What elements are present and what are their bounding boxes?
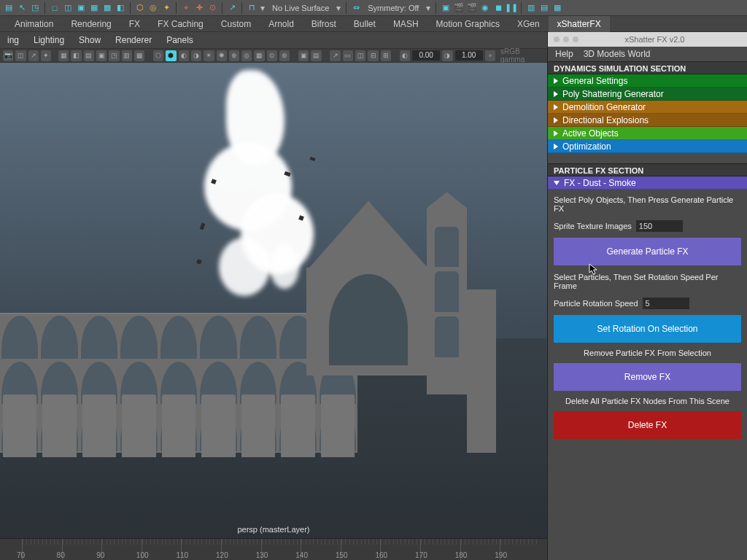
- panel-menu-3dmw[interactable]: 3D Models World: [584, 49, 651, 59]
- timeline-tick[interactable]: 70: [22, 539, 62, 560]
- accordion-directional-explosions[interactable]: Directional Explosions: [548, 114, 747, 127]
- tool-icon[interactable]: ⊕: [229, 50, 239, 61]
- exposure-icon[interactable]: ◐: [400, 50, 410, 61]
- clapper-icon[interactable]: 🎬: [453, 2, 465, 14]
- panel-icon[interactable]: ▤: [538, 2, 550, 14]
- dropdown-icon[interactable]: ▾: [335, 3, 342, 13]
- tool-icon[interactable]: ▤: [84, 50, 94, 61]
- render-icon[interactable]: ▣: [440, 2, 452, 14]
- shelf-tab-bullet[interactable]: Bullet: [345, 16, 384, 32]
- accordion-active-objects[interactable]: Active Objects: [548, 127, 747, 140]
- tool-icon[interactable]: ◧: [71, 50, 81, 61]
- sprite-input[interactable]: [636, 220, 683, 232]
- minimize-icon[interactable]: [563, 36, 569, 42]
- accordion-fx-dust-smoke[interactable]: FX - Dust - Smoke: [548, 176, 747, 190]
- tool-icon[interactable]: ⊟: [368, 50, 378, 61]
- shelf-tab-fx[interactable]: FX: [120, 16, 149, 32]
- shelf-tab-mash[interactable]: MASH: [384, 16, 427, 32]
- tool-icon[interactable]: ⊙: [267, 50, 277, 61]
- panel-menu-help[interactable]: Help: [555, 49, 573, 59]
- tool-icon[interactable]: ✺: [217, 50, 227, 61]
- tool-icon[interactable]: ◫: [15, 50, 26, 61]
- accordion-general-settings[interactable]: General Settings: [548, 74, 747, 88]
- clapper-icon[interactable]: 🎬: [466, 2, 478, 14]
- grid-icon[interactable]: ▦: [58, 50, 69, 61]
- dot-icon[interactable]: ●: [485, 50, 495, 61]
- light-icon[interactable]: ☀: [204, 50, 214, 61]
- tool-icon[interactable]: ◎: [241, 50, 252, 61]
- set-rotation-button[interactable]: Set Rotation On Selection: [554, 315, 741, 343]
- timeline-tick[interactable]: 100: [142, 539, 182, 560]
- tool-icon[interactable]: ▦: [254, 50, 264, 61]
- timeline-tick[interactable]: 140: [301, 539, 341, 560]
- panel-icon[interactable]: ▥: [525, 2, 537, 14]
- tool-icon[interactable]: ▣: [96, 50, 107, 61]
- timeline-tick[interactable]: 180: [460, 539, 500, 560]
- timeline-tick[interactable]: 160: [380, 539, 420, 560]
- gate-icon[interactable]: ▭: [343, 50, 353, 61]
- shelf-tab-xgen[interactable]: XGen: [508, 16, 549, 32]
- timeline-tick[interactable]: 150: [341, 539, 381, 560]
- tool-icon[interactable]: ◳: [29, 2, 41, 14]
- generate-particle-fx-button[interactable]: Generate Particle FX: [554, 238, 741, 265]
- delete-fx-button[interactable]: Delete FX: [554, 411, 741, 439]
- exposure-field[interactable]: 0.00: [412, 50, 440, 61]
- tool-icon[interactable]: ⬡: [134, 2, 146, 14]
- vp-menu-panels[interactable]: Panels: [163, 34, 196, 47]
- tool-icon[interactable]: ◎: [147, 2, 159, 14]
- wire-icon[interactable]: ⬡: [153, 50, 163, 61]
- close-icon[interactable]: [554, 36, 560, 42]
- timeline-tick[interactable]: 120: [221, 539, 261, 560]
- circle-icon[interactable]: ◉: [479, 2, 491, 14]
- vp-menu-ing[interactable]: ing: [4, 34, 22, 47]
- tool-icon[interactable]: ✦: [160, 2, 172, 14]
- tool-icon[interactable]: ↗: [226, 2, 238, 14]
- shelf-tab-rendering[interactable]: Rendering: [62, 16, 120, 32]
- snap-icon[interactable]: ⌖: [180, 2, 192, 14]
- tool-icon[interactable]: ⊛: [279, 50, 290, 61]
- vp-menu-show[interactable]: Show: [76, 34, 104, 47]
- cam-icon[interactable]: 📷: [3, 50, 13, 61]
- shelf-tab-motion-graphics[interactable]: Motion Graphics: [427, 16, 508, 32]
- tool-icon[interactable]: □: [49, 2, 61, 14]
- zoom-icon[interactable]: [573, 36, 578, 42]
- 3d-viewport[interactable]: persp (masterLayer): [0, 63, 547, 538]
- arrow-icon[interactable]: ↗: [330, 50, 340, 61]
- timeline-tick[interactable]: 80: [62, 539, 102, 560]
- shelf-tab-bifrost[interactable]: Bifrost: [303, 16, 345, 32]
- shelf-tab-fx-caching[interactable]: FX Caching: [149, 16, 212, 32]
- tool-icon[interactable]: ✦: [41, 50, 51, 61]
- shelf-tab-animation[interactable]: Animation: [6, 16, 62, 32]
- shaded-icon[interactable]: ⬢: [166, 50, 176, 61]
- gamma-icon[interactable]: ◑: [442, 50, 452, 61]
- tool-icon[interactable]: ▦: [88, 2, 100, 14]
- tool-icon[interactable]: ▣: [75, 2, 87, 14]
- symmetry-label[interactable]: Symmetry: Off: [363, 4, 423, 12]
- tool-icon[interactable]: ◫: [62, 2, 74, 14]
- gamma-field[interactable]: 1.00: [455, 50, 483, 61]
- dropdown-icon[interactable]: ▾: [425, 3, 432, 13]
- accordion-demolition-generator[interactable]: Demolition Generator: [548, 101, 747, 114]
- rotation-input[interactable]: [643, 298, 689, 309]
- timeline-tick[interactable]: 90: [101, 539, 142, 560]
- snap-icon[interactable]: ⊙: [206, 2, 218, 14]
- tool-icon[interactable]: ▥: [122, 50, 132, 61]
- timeline-tick[interactable]: 190: [500, 539, 540, 560]
- pause-icon[interactable]: ❚❚: [506, 2, 517, 14]
- dropdown-icon[interactable]: ▾: [259, 3, 266, 13]
- live-surface-label[interactable]: No Live Surface: [268, 4, 333, 12]
- tool-icon[interactable]: ▩: [101, 2, 113, 14]
- timeline[interactable]: 708090100110120130140150160170180190: [0, 538, 547, 560]
- tool-icon[interactable]: ⊞: [381, 50, 391, 61]
- stop-icon[interactable]: ◼: [492, 2, 504, 14]
- panel-icon[interactable]: ▦: [551, 2, 563, 14]
- tool-icon[interactable]: ▤: [3, 2, 15, 14]
- vp-menu-lighting[interactable]: Lighting: [31, 34, 67, 47]
- tool-icon[interactable]: ◐: [179, 50, 189, 61]
- tool-icon[interactable]: ↖: [16, 2, 28, 14]
- accordion-poly-shattering-generator[interactable]: Poly Shattering Generator: [548, 88, 747, 101]
- vp-menu-renderer[interactable]: Renderer: [112, 34, 155, 47]
- tool-icon[interactable]: ↗: [28, 50, 39, 61]
- shelf-tab-custom[interactable]: Custom: [212, 16, 260, 32]
- snap-icon[interactable]: ✚: [193, 2, 205, 14]
